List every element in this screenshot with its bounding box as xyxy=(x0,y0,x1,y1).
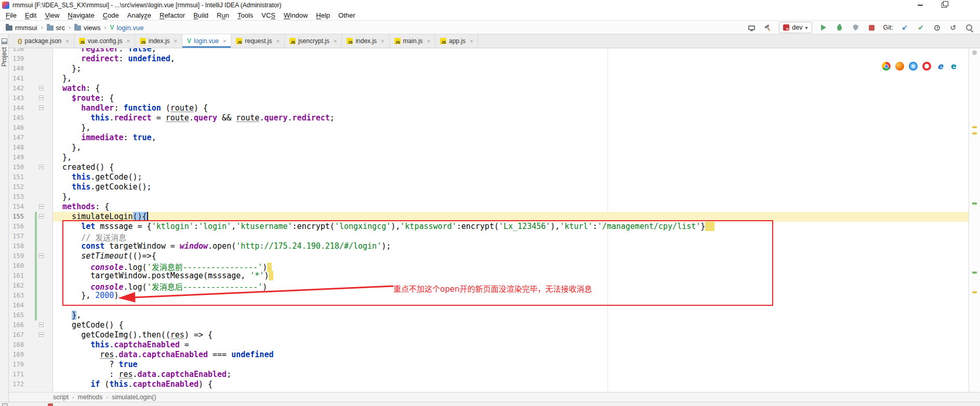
code-line-148[interactable]: }, xyxy=(53,143,969,153)
tab-login-vue[interactable]: Vlogin.vue× xyxy=(182,34,232,48)
tab-package-json[interactable]: {}package.json× xyxy=(13,34,74,48)
menu-item-tools[interactable]: Tools xyxy=(233,11,257,20)
code-line-140[interactable]: }; xyxy=(53,64,969,74)
code-line-172[interactable]: if (this.captchaEnabled) { xyxy=(53,380,969,389)
debug-button[interactable] xyxy=(835,23,844,32)
tab-close-icon[interactable]: × xyxy=(65,38,69,44)
code-line-166[interactable]: getCode() { xyxy=(53,320,969,330)
build-hammer-icon[interactable] xyxy=(763,23,772,32)
code-line-151[interactable]: this.getCode(); xyxy=(53,172,969,182)
tab-vue-config-js[interactable]: JSvue.config.js× xyxy=(74,34,135,48)
code-line-141[interactable]: }, xyxy=(53,74,969,84)
coverage-button[interactable] xyxy=(851,23,860,32)
monitor-icon[interactable] xyxy=(747,23,756,32)
code-line-152[interactable]: this.getCookie(); xyxy=(53,182,969,192)
code-line-139[interactable]: redirect: undefined, xyxy=(53,54,969,64)
code-line-156[interactable]: let msssage = {'ktlogin':'login','ktuser… xyxy=(53,222,969,232)
error-stripe-mark[interactable] xyxy=(972,126,977,128)
menu-item-view[interactable]: View xyxy=(41,11,63,20)
code-line-158[interactable]: const targetWindow = window.open('http:/… xyxy=(53,241,969,251)
run-config-selector[interactable]: dev xyxy=(779,22,812,33)
code-line-167[interactable]: getCodeImg().then((res) => { xyxy=(53,330,969,340)
tab-close-icon[interactable]: × xyxy=(174,38,177,44)
code-line-165[interactable]: }, xyxy=(53,310,969,320)
project-stripe-button[interactable]: Project xyxy=(0,34,8,66)
search-everywhere-button[interactable] xyxy=(964,23,974,32)
tab-close-icon[interactable]: × xyxy=(470,38,473,44)
menu-item-edit[interactable]: Edit xyxy=(21,11,41,20)
history-button[interactable] xyxy=(932,23,942,32)
tab-request-js[interactable]: JSrequest.js× xyxy=(231,34,284,48)
breadcrumb-rmmsui[interactable]: rmmsui xyxy=(4,23,39,32)
tab-index-js[interactable]: JSindex.js× xyxy=(342,34,389,48)
code-line-168[interactable]: this.captchaEnabled = xyxy=(53,340,969,350)
code-line-147[interactable]: immediate: true, xyxy=(53,133,969,143)
error-stripe-mark[interactable] xyxy=(972,132,977,134)
editor[interactable]: 1381391401411421431441451461471481491501… xyxy=(9,48,969,392)
code-line-149[interactable]: }, xyxy=(53,153,969,163)
menu-item-navigate[interactable]: Navigate xyxy=(63,11,98,20)
menu-item-window[interactable]: Window xyxy=(280,11,312,20)
minimize-button[interactable] xyxy=(908,0,932,10)
menu-item-vcs[interactable]: VCS xyxy=(257,11,280,20)
tool-window-switcher-icon[interactable] xyxy=(2,403,8,406)
run-button[interactable] xyxy=(819,23,828,32)
tab-close-icon[interactable]: × xyxy=(276,38,280,44)
code-line-171[interactable]: : res.data.captchaEnabled; xyxy=(53,370,969,380)
menu-item-file[interactable]: File xyxy=(2,11,21,20)
tab-close-icon[interactable]: × xyxy=(334,38,337,44)
breadcrumb-methods[interactable]: methods xyxy=(78,394,103,401)
code-line-142[interactable]: watch: { xyxy=(53,84,969,93)
firefox-icon[interactable] xyxy=(895,62,904,71)
code-line-145[interactable]: this.redirect = route.query && route.que… xyxy=(53,113,969,123)
tab-close-icon[interactable]: × xyxy=(223,38,226,44)
code-line-146[interactable]: }, xyxy=(53,123,969,133)
error-stripe-mark[interactable] xyxy=(972,291,977,293)
inspections-widget[interactable] xyxy=(972,50,977,55)
code-line-153[interactable]: }, xyxy=(53,192,969,202)
tab-jsencrypt-js[interactable]: JSjsencrypt.js× xyxy=(285,34,342,48)
tab-close-icon[interactable]: × xyxy=(427,38,430,44)
code-line-170[interactable]: ? true xyxy=(53,360,969,370)
error-stripe-mark[interactable] xyxy=(972,202,977,205)
opera-icon[interactable] xyxy=(922,62,931,71)
menu-item-build[interactable]: Build xyxy=(189,11,213,20)
menu-item-run[interactable]: Run xyxy=(213,11,233,20)
ie-icon[interactable] xyxy=(936,62,945,71)
breadcrumb-script[interactable]: script xyxy=(53,394,69,401)
tab-main-js[interactable]: JSmain.js× xyxy=(390,34,435,48)
tab-close-icon[interactable]: × xyxy=(126,38,129,44)
code-line-169[interactable]: res.data.captchaEnabled === undefined xyxy=(53,350,969,360)
error-stripe-mark[interactable] xyxy=(972,272,977,274)
menu-item-other[interactable]: Other xyxy=(334,11,360,20)
code-line-143[interactable]: $route: { xyxy=(53,93,969,103)
code-line-159[interactable]: setTimeout(()=>{ xyxy=(53,251,969,261)
update-project-button[interactable] xyxy=(900,23,909,32)
menu-item-refactor[interactable]: Refactor xyxy=(155,11,189,20)
tab-index-js[interactable]: JSindex.js× xyxy=(135,34,182,48)
menu-item-analyze[interactable]: Analyze xyxy=(123,11,155,20)
code-line-164[interactable] xyxy=(53,301,969,310)
breadcrumb-src[interactable]: src xyxy=(45,23,67,32)
breadcrumb-views[interactable]: views xyxy=(73,23,102,32)
code-line-138[interactable]: register: false, xyxy=(53,48,969,54)
stop-button[interactable] xyxy=(867,23,877,32)
rollback-button[interactable] xyxy=(948,23,958,32)
breadcrumb-login-vue[interactable]: Vlogin.vue xyxy=(108,23,145,32)
code-line-144[interactable]: handler: function (route) { xyxy=(53,103,969,113)
edge-icon[interactable] xyxy=(949,62,958,71)
breadcrumb-simulateLogin-[interactable]: simulateLogin() xyxy=(112,394,156,401)
code-line-150[interactable]: created() { xyxy=(53,163,969,172)
safari-icon[interactable] xyxy=(909,62,918,71)
menu-item-code[interactable]: Code xyxy=(99,11,123,20)
code-line-160[interactable]: console.log('发消息前----------------') xyxy=(53,261,969,271)
code-line-161[interactable]: targetWindow.postMessage(msssage, '*') xyxy=(53,271,969,281)
run-tool-window-icon[interactable] xyxy=(48,403,53,406)
chrome-icon[interactable] xyxy=(882,62,891,71)
tab-app-js[interactable]: JSapp.js× xyxy=(435,34,478,48)
code-line-154[interactable]: methods: { xyxy=(53,202,969,212)
code-line-157[interactable]: // 发送消息 xyxy=(53,232,969,241)
commit-button[interactable] xyxy=(916,23,925,32)
tab-close-icon[interactable]: × xyxy=(381,38,384,44)
menu-item-help[interactable]: Help xyxy=(312,11,334,20)
